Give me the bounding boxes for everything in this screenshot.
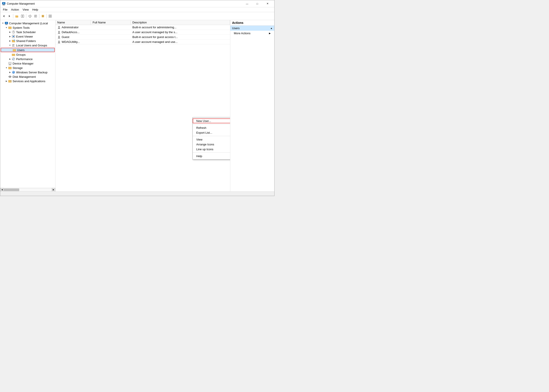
tree-item-performance[interactable]: ▶ Performance: [0, 57, 55, 61]
tree-expand-stor[interactable]: ▼: [5, 66, 8, 70]
tree-expand-cm[interactable]: ▼: [1, 21, 5, 25]
tree-panel-inner: ▼ Computer Management (Local ▼: [0, 20, 55, 84]
list-row-3[interactable]: WDAGUtility... A user account managed an…: [56, 40, 230, 44]
tree-expand-ev[interactable]: ▶: [8, 35, 12, 38]
device-manager-icon: [8, 62, 12, 65]
list-cell-name-0: Administrator: [56, 26, 91, 29]
svg-point-51: [58, 36, 60, 37]
ctx-view[interactable]: View ▶: [193, 137, 230, 142]
tree-label-cm: Computer Management (Local: [9, 22, 48, 25]
list-cell-name-text-0: Administrator: [62, 26, 79, 29]
tree-label-st: System Tools: [13, 26, 30, 29]
view-button[interactable]: [48, 14, 53, 19]
list-row-2[interactable]: Guest Built-in account for guest access …: [56, 35, 230, 40]
tree-item-services-apps[interactable]: ▶ Services and Applications: [0, 79, 55, 83]
menu-help[interactable]: Help: [30, 7, 40, 12]
groups-folder-icon: [12, 53, 15, 56]
shared-folders-icon: [12, 39, 15, 43]
actions-section-label: Users: [232, 27, 239, 30]
event-viewer-icon: [12, 35, 15, 38]
scrollbar-left-arrow[interactable]: ◀: [0, 188, 4, 192]
tree-item-event-viewer[interactable]: ▶ Event Viewer: [0, 34, 55, 39]
actions-section-title: Users ▲: [230, 26, 274, 31]
tree-expand-sa[interactable]: ▶: [5, 79, 8, 83]
ctx-help-label: Help: [196, 154, 202, 158]
tree-label-stor: Storage: [13, 66, 23, 70]
scrollbar-thumb[interactable]: [4, 189, 19, 191]
tree-item-system-tools[interactable]: ▼ System Tools: [0, 25, 55, 30]
minimize-button[interactable]: —: [242, 0, 252, 7]
forward-button[interactable]: [7, 14, 12, 19]
users-folder-icon: [13, 48, 16, 52]
ctx-export-list[interactable]: Export List...: [193, 130, 230, 135]
app-icon: [2, 2, 6, 6]
tree-item-task-scheduler[interactable]: ▶ Task Scheduler: [0, 30, 55, 34]
tree-label-sa: Services and Applications: [13, 80, 45, 83]
col-header-name[interactable]: Name: [56, 20, 91, 25]
tree-expand-ts[interactable]: ▶: [8, 30, 12, 34]
scrollbar-right-arrow[interactable]: ▶: [52, 188, 55, 192]
tree-expand-lug[interactable]: ▼: [8, 43, 12, 47]
tree-scrollbar[interactable]: ◀ ▶: [0, 188, 55, 191]
actions-header: Actions: [230, 20, 274, 26]
window-controls: — □ ✕: [242, 0, 273, 7]
tree-expand-st[interactable]: ▼: [5, 26, 8, 29]
tree-item-computer-management[interactable]: ▼ Computer Management (Local: [0, 21, 55, 25]
system-tools-icon: [8, 26, 12, 29]
col-header-description[interactable]: Description: [131, 20, 230, 25]
actions-more-actions[interactable]: More Actions ▶: [230, 31, 274, 36]
tree-item-device-manager[interactable]: Device Manager: [0, 61, 55, 66]
tree-label-wsb: Windows Server Backup: [16, 71, 48, 74]
tree-item-users[interactable]: Users: [1, 48, 55, 52]
window-title: Computer Management: [7, 2, 242, 5]
ctx-lineup-icons[interactable]: Line up Icons: [193, 147, 230, 152]
list-cell-name-1: DefaultAcco...: [56, 30, 91, 34]
tree-item-disk-mgmt[interactable]: Disk Management: [0, 75, 55, 79]
task-scheduler-icon: [12, 30, 15, 34]
ctx-new-user-label: New User...: [196, 119, 211, 123]
svg-marker-5: [9, 15, 10, 17]
ctx-refresh-label: Refresh: [196, 126, 206, 129]
folder-button[interactable]: [14, 14, 20, 19]
list-row-1[interactable]: DefaultAcco... A user account managed by…: [56, 30, 230, 35]
actions-more-actions-label: More Actions: [234, 32, 250, 35]
svg-point-49: [58, 26, 60, 28]
svg-point-3: [3, 3, 4, 4]
tree-item-shared-folders[interactable]: ▶ Shared Folders: [0, 39, 55, 43]
menu-view[interactable]: View: [21, 7, 30, 12]
help-toolbar-button[interactable]: ?: [40, 14, 46, 19]
ctx-new-user[interactable]: New User...: [193, 119, 230, 123]
svg-text:?: ?: [42, 15, 43, 17]
refresh-toolbar-button[interactable]: [27, 14, 33, 19]
list-cell-name-text-3: WDAGUtility...: [62, 40, 80, 43]
tree-expand-wsb[interactable]: ▶: [8, 70, 12, 74]
ctx-refresh[interactable]: Refresh: [193, 125, 230, 130]
main-content: ▼ Computer Management (Local ▼: [0, 20, 274, 191]
list-row-0[interactable]: Administrator Built-in account for admin…: [56, 25, 230, 30]
console-tree-button[interactable]: [20, 14, 25, 19]
ctx-arrange-icons[interactable]: Arrange Icons ▶: [193, 142, 230, 147]
tree-item-wsb[interactable]: ▶ Windows Server Backup: [0, 70, 55, 75]
list-panel: Name Full Name Description Administrator: [56, 20, 230, 191]
export-button[interactable]: [33, 14, 38, 19]
tree-item-storage[interactable]: ▼ Storage: [0, 66, 55, 70]
tree-item-groups[interactable]: Groups: [0, 52, 55, 57]
menu-file[interactable]: File: [1, 7, 9, 12]
tree-item-local-users-groups[interactable]: ▼ Local Users and Groups: [0, 43, 55, 48]
svg-point-50: [58, 31, 60, 32]
svg-point-29: [13, 36, 14, 37]
svg-rect-37: [8, 62, 12, 64]
toolbar: ?: [0, 12, 274, 20]
svg-point-33: [14, 44, 14, 45]
maximize-button[interactable]: □: [252, 0, 262, 7]
tree-expand-perf[interactable]: ▶: [8, 57, 12, 61]
back-button[interactable]: [1, 14, 7, 19]
ctx-lineup-icons-label: Line up Icons: [196, 148, 213, 151]
col-header-fullname[interactable]: Full Name: [91, 20, 131, 25]
tree-label-groups: Groups: [16, 53, 26, 56]
scrollbar-track: [4, 189, 52, 191]
close-button[interactable]: ✕: [262, 0, 273, 7]
ctx-help[interactable]: Help: [193, 154, 230, 158]
tree-expand-sf[interactable]: ▶: [8, 39, 12, 43]
menu-action[interactable]: Action: [9, 7, 21, 12]
